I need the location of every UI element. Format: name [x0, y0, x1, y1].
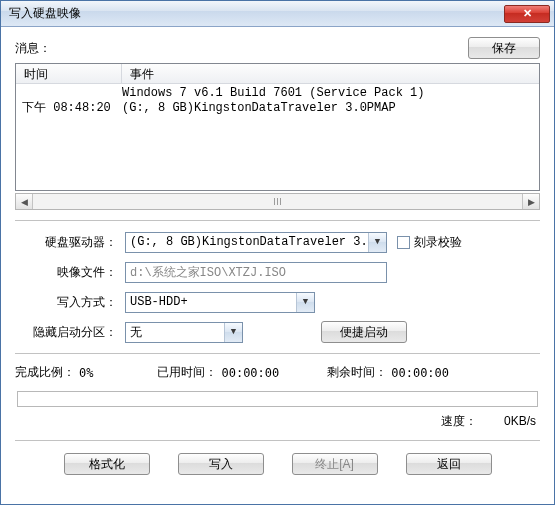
- save-button[interactable]: 保存: [468, 37, 540, 59]
- speed-row: 速度： 0KB/s: [15, 413, 536, 430]
- hidden-partition-label: 隐藏启动分区：: [17, 324, 125, 341]
- drive-label: 硬盘驱动器：: [17, 234, 125, 251]
- log-time-cell: [16, 86, 122, 101]
- progress-bar: [17, 391, 538, 407]
- separator: [15, 220, 540, 221]
- write-mode-value: USB-HDD+: [130, 295, 296, 309]
- log-event-cell: (G:, 8 GB)KingstonDataTraveler 3.0PMAP: [122, 101, 539, 116]
- drive-value: (G:, 8 GB)KingstonDataTraveler 3.0PMAP: [130, 235, 368, 249]
- dialog-body: 消息： 保存 时间 事件 Windows 7 v6.1 Build 7601 (…: [1, 27, 554, 483]
- chevron-down-icon: ▼: [296, 293, 314, 312]
- info-label: 消息：: [15, 40, 468, 57]
- hidden-partition-value: 无: [130, 324, 224, 341]
- image-path-field[interactable]: d:\系统之家ISO\XTZJ.ISO: [125, 262, 387, 283]
- elapsed-label: 已用时间：: [157, 364, 217, 381]
- checkbox-box-icon: [397, 236, 410, 249]
- chevron-down-icon: ▼: [224, 323, 242, 342]
- remain-value: 00:00:00: [391, 366, 449, 380]
- elapsed-value: 00:00:00: [221, 366, 279, 380]
- abort-button[interactable]: 终止[A]: [292, 453, 378, 475]
- image-path-value: d:\系统之家ISO\XTZJ.ISO: [130, 264, 286, 281]
- log-row: Windows 7 v6.1 Build 7601 (Service Pack …: [16, 86, 539, 101]
- write-mode-combobox[interactable]: USB-HDD+ ▼: [125, 292, 315, 313]
- done-value: 0%: [79, 366, 93, 380]
- log-rows: Windows 7 v6.1 Build 7601 (Service Pack …: [16, 84, 539, 116]
- remain-label: 剩余时间：: [327, 364, 387, 381]
- chevron-down-icon: ▼: [368, 233, 386, 252]
- close-button[interactable]: ✕: [504, 5, 550, 23]
- scroll-right-icon[interactable]: ▶: [522, 194, 539, 209]
- log-row: 下午 08:48:20 (G:, 8 GB)KingstonDataTravel…: [16, 101, 539, 116]
- verify-label: 刻录校验: [414, 234, 462, 251]
- separator: [15, 440, 540, 441]
- convenient-boot-button[interactable]: 便捷启动: [321, 321, 407, 343]
- log-event-cell: Windows 7 v6.1 Build 7601 (Service Pack …: [122, 86, 539, 101]
- speed-label: 速度：: [441, 414, 477, 428]
- verify-checkbox[interactable]: 刻录校验: [397, 234, 462, 251]
- log-col-event[interactable]: 事件: [122, 64, 539, 83]
- format-button[interactable]: 格式化: [64, 453, 150, 475]
- scroll-track[interactable]: [33, 194, 522, 209]
- write-button[interactable]: 写入: [178, 453, 264, 475]
- log-col-time[interactable]: 时间: [16, 64, 122, 83]
- form-area: 硬盘驱动器： (G:, 8 GB)KingstonDataTraveler 3.…: [15, 231, 540, 343]
- scroll-grip-icon: [264, 197, 292, 206]
- drive-combobox[interactable]: (G:, 8 GB)KingstonDataTraveler 3.0PMAP ▼: [125, 232, 387, 253]
- separator: [15, 353, 540, 354]
- window-title: 写入硬盘映像: [9, 5, 504, 22]
- image-label: 映像文件：: [17, 264, 125, 281]
- done-label: 完成比例：: [15, 364, 75, 381]
- log-time-cell: 下午 08:48:20: [16, 101, 122, 116]
- status-row: 完成比例： 0% 已用时间： 00:00:00 剩余时间： 00:00:00: [15, 364, 540, 381]
- hidden-partition-combobox[interactable]: 无 ▼: [125, 322, 243, 343]
- log-horizontal-scrollbar[interactable]: ◀ ▶: [15, 193, 540, 210]
- scroll-left-icon[interactable]: ◀: [16, 194, 33, 209]
- write-mode-label: 写入方式：: [17, 294, 125, 311]
- button-row: 格式化 写入 终止[A] 返回: [15, 453, 540, 475]
- titlebar: 写入硬盘映像 ✕: [1, 1, 554, 27]
- dialog-window: 写入硬盘映像 ✕ 消息： 保存 时间 事件 Windows 7 v6.1 Bui…: [0, 0, 555, 505]
- log-list: 时间 事件 Windows 7 v6.1 Build 7601 (Service…: [15, 63, 540, 191]
- close-icon: ✕: [523, 7, 532, 20]
- speed-value: 0KB/s: [504, 414, 536, 428]
- log-header: 时间 事件: [16, 64, 539, 84]
- back-button[interactable]: 返回: [406, 453, 492, 475]
